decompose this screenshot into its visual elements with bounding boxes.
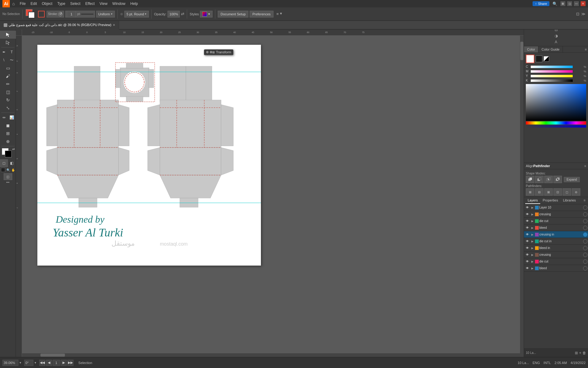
libraries-tab[interactable]: Libraries [560,197,578,204]
panel-menu-btn[interactable]: ≡ [584,164,586,168]
layer-target-btn[interactable] [583,232,587,237]
menu-view[interactable]: View [97,0,110,7]
page-prev-btn[interactable]: ◀◀ [39,360,45,366]
graph-tool[interactable]: 📊 [8,113,16,121]
tab-close-btn[interactable]: ✕ [113,23,115,27]
align-panel-title[interactable]: Align [526,164,533,168]
select-tool[interactable] [0,31,16,39]
divide-btn[interactable]: ⊞ [526,188,534,196]
layer-expand-btn[interactable]: ▶ [530,245,534,251]
type-tool[interactable]: T [8,48,16,56]
layer-target-btn[interactable] [583,205,587,210]
layer-expand-btn[interactable]: ▶ [530,239,534,244]
menu-type[interactable]: Type [55,0,68,7]
full-screen-icon[interactable] [1,168,5,172]
alpha-slider[interactable] [526,125,586,128]
layer-visibility-btn[interactable]: 👁 [525,266,530,271]
menu-effect[interactable]: Effect [83,0,97,7]
layer-row[interactable]: 👁 ▶ die cut [524,218,588,224]
layer-target-btn[interactable] [583,259,587,264]
warp-tool[interactable]: 〜 [8,56,16,64]
layer-expand-btn[interactable]: ▶ [530,232,534,237]
menu-edit[interactable]: Edit [28,0,40,7]
stroke-icon[interactable]: ↺ [58,12,62,16]
layer-visibility-btn[interactable]: 👁 [525,225,530,231]
layer-visibility-btn[interactable]: 👁 [525,239,530,244]
zoom-input[interactable] [2,360,18,366]
pen-tool[interactable]: ✒ [0,48,8,56]
layer-visibility-btn[interactable]: 👁 [525,212,530,217]
canvas-area[interactable]: -15 -10 -5 0 5 10 15 20 25 30 35 40 45 5… [16,29,524,357]
sort-icon[interactable]: ▼ [279,12,283,16]
expand-btn[interactable]: Expand [564,177,580,182]
paintbrush-tool[interactable]: 🖌 [0,72,16,80]
minimize-btn[interactable]: — [574,1,579,6]
layer-row[interactable]: 👁 ▶ die cut in [524,238,588,245]
trim-btn[interactable]: ⊟ [535,188,544,196]
menu-help[interactable]: Help [128,0,141,7]
crop-btn[interactable]: ⊡ [553,188,562,196]
fill-swatch[interactable] [526,55,534,63]
share-button[interactable]: ↑ Share [533,1,549,6]
pencil-tool[interactable]: ✏ [0,80,16,88]
layer-expand-btn[interactable]: ▶ [530,205,534,210]
opacity-input[interactable] [168,11,180,17]
swap-colors-icon[interactable]: ⇄ [12,148,15,151]
page-fwd-btn[interactable]: ▶ [61,360,67,366]
layer-visibility-btn[interactable]: 👁 [525,218,530,224]
layer-target-btn[interactable] [583,246,587,250]
layer-target-btn[interactable] [583,266,587,270]
appearance-icon[interactable]: ◑ [554,33,558,39]
layer-row[interactable]: 👁 ▶ creusing [524,211,588,218]
layers-tab[interactable]: Layers [525,197,540,204]
color-panel-menu[interactable]: ≡ [584,46,588,52]
search-icon[interactable]: 🔍 [551,2,559,6]
menu-file[interactable]: File [17,0,28,7]
zoom-icon[interactable]: 🔍 [6,168,10,172]
unite-btn[interactable] [526,176,534,183]
stroke-width-input[interactable] [67,11,76,17]
cmyk-m-slider[interactable] [531,70,573,73]
pt-round-dropdown[interactable]: 5 pt. Round [124,11,149,17]
layer-expand-btn[interactable]: ▶ [530,252,534,258]
panel-toggle-btn[interactable]: ⊞ [560,1,565,6]
preferences-btn[interactable]: Preferences [250,11,273,17]
merge-btn[interactable]: ⊠ [544,188,553,196]
fill-stroke-indicator[interactable] [25,9,36,20]
minus-back-btn[interactable]: ⊖ [572,188,580,196]
arrange-icon[interactable]: ≡ [277,12,279,16]
stroke-style-dropdown[interactable]: Uniform [96,11,115,17]
none-swatch[interactable] [544,56,549,62]
menu-window[interactable]: Window [110,0,128,7]
width-tool[interactable]: ⇔ [0,113,8,121]
outline-btn[interactable]: ◻ [563,188,571,196]
transform-minimize-btn[interactable] [206,51,209,53]
scroll-thumb-v[interactable] [520,42,523,60]
layer-visibility-btn[interactable]: 👁 [525,245,530,251]
color-guide-tab[interactable]: Color Guide [538,46,563,52]
exclude-btn[interactable] [553,176,562,183]
layers-menu-btn[interactable]: ≡ [582,197,587,204]
layer-visibility-btn[interactable]: 👁 [525,252,530,258]
page-last-btn[interactable]: ▶▶ [67,360,74,366]
delete-layer-btn[interactable]: 🗑 [582,351,586,355]
stroke-swatch[interactable] [536,56,542,62]
edit-artboard-btn[interactable]: ◫ [0,173,16,180]
layer-visibility-btn[interactable]: 👁 [525,259,530,264]
gradient-tool[interactable]: ◼ [0,121,16,129]
direct-select-tool[interactable] [0,39,16,47]
color-spectrum[interactable] [526,84,586,121]
page-input[interactable] [53,360,60,366]
zoom-arrow[interactable]: ▼ [19,361,22,364]
rotation-input[interactable] [24,360,33,366]
pathfinder-panel-title[interactable]: Pathfinder [533,164,550,168]
layer-visibility-btn[interactable]: 👁 [525,232,530,237]
active-tab[interactable]: داني.داي كت علية قمع شموع طلي.aic @ 39.0… [0,21,119,29]
layer-row[interactable]: 👁 ▶ creusing [524,251,588,258]
cmyk-c-slider[interactable] [531,66,573,68]
layer-row[interactable]: 👁 ▶ Layer 10 [524,204,588,211]
rotation-arrow[interactable]: ▼ [34,361,37,364]
eraser-tool[interactable]: ◫ [0,88,16,96]
blend-tool[interactable]: ⊕ [0,137,16,145]
layer-target-btn[interactable] [583,212,587,217]
